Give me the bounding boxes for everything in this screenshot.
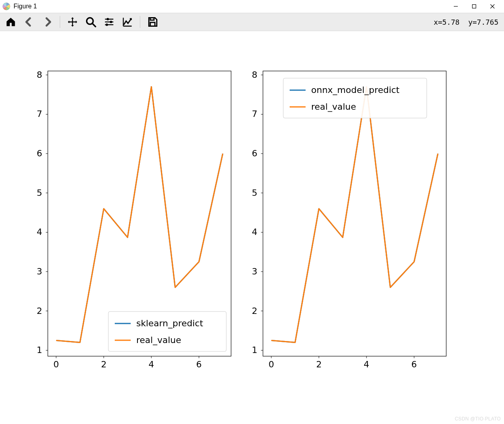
minimize-button[interactable] [447, 0, 465, 12]
legend: sklearn_predictreal_value [108, 312, 226, 351]
edit-axis-button[interactable] [121, 15, 134, 29]
y-tick-label: 8 [252, 70, 257, 80]
svg-rect-13 [150, 18, 154, 20]
svg-rect-2 [473, 5, 476, 8]
figure-window: Figure 1 [0, 0, 504, 424]
y-tick-label: 6 [252, 148, 257, 158]
y-tick-label: 1 [37, 345, 42, 355]
window-title: Figure 1 [14, 3, 37, 10]
subplot-0: 024612345678sklearn_predictreal_value [37, 70, 231, 369]
y-tick-label: 4 [252, 227, 257, 237]
x-tick-label: 0 [269, 359, 274, 369]
titlebar: Figure 1 [0, 0, 504, 13]
svg-line-6 [92, 24, 96, 27]
x-tick-label: 2 [316, 359, 322, 369]
home-button[interactable] [4, 15, 18, 29]
y-tick-label: 3 [37, 266, 42, 276]
back-button[interactable] [22, 15, 36, 29]
cursor-coords: x=5.78 y=7.765 [433, 18, 500, 26]
svg-point-10 [110, 21, 112, 23]
y-tick-label: 2 [37, 306, 42, 316]
y-tick-label: 7 [252, 109, 257, 119]
x-tick-label: 2 [101, 359, 106, 369]
svg-rect-42 [283, 78, 427, 118]
plot-toolbar: x=5.78 y=7.765 [0, 13, 504, 31]
plot-canvas[interactable]: 024612345678sklearn_predictreal_value024… [0, 31, 504, 424]
x-tick-label: 4 [364, 359, 369, 369]
subplot-1: 024612345678onnx_model_predictreal_value [252, 70, 446, 369]
svg-point-12 [106, 24, 108, 26]
configure-subplots-button[interactable] [102, 15, 116, 29]
y-tick-label: 6 [37, 148, 42, 158]
y-tick-label: 1 [252, 345, 257, 355]
y-tick-label: 2 [252, 306, 257, 316]
y-tick-label: 7 [37, 109, 42, 119]
legend-label: onnx_model_predict [311, 85, 400, 95]
legend-label: real_value [311, 102, 356, 112]
y-tick-label: 3 [252, 266, 257, 276]
y-tick-label: 4 [37, 227, 42, 237]
legend-label: sklearn_predict [136, 318, 203, 329]
y-tick-label: 8 [37, 70, 42, 80]
matplotlib-icon [2, 2, 10, 10]
legend: onnx_model_predictreal_value [283, 78, 427, 118]
svg-point-8 [107, 18, 109, 20]
x-tick-label: 6 [196, 359, 202, 369]
legend-label: real_value [136, 335, 181, 345]
maximize-button[interactable] [465, 0, 483, 12]
toolbar-separator [140, 16, 140, 28]
x-tick-label: 0 [53, 359, 59, 369]
svg-rect-28 [108, 312, 226, 351]
plot-svg: 024612345678sklearn_predictreal_value024… [0, 31, 504, 424]
forward-button[interactable] [41, 15, 54, 29]
pan-button[interactable] [66, 15, 79, 29]
svg-rect-14 [150, 22, 155, 26]
x-tick-label: 4 [149, 359, 154, 369]
y-tick-label: 5 [252, 188, 257, 198]
toolbar-separator [60, 16, 60, 28]
zoom-button[interactable] [84, 15, 98, 29]
y-tick-label: 5 [37, 188, 42, 198]
save-button[interactable] [146, 15, 159, 29]
close-button[interactable] [483, 0, 502, 12]
x-tick-label: 6 [411, 359, 417, 369]
watermark: CSDN @TIO·PLATO [455, 416, 501, 422]
